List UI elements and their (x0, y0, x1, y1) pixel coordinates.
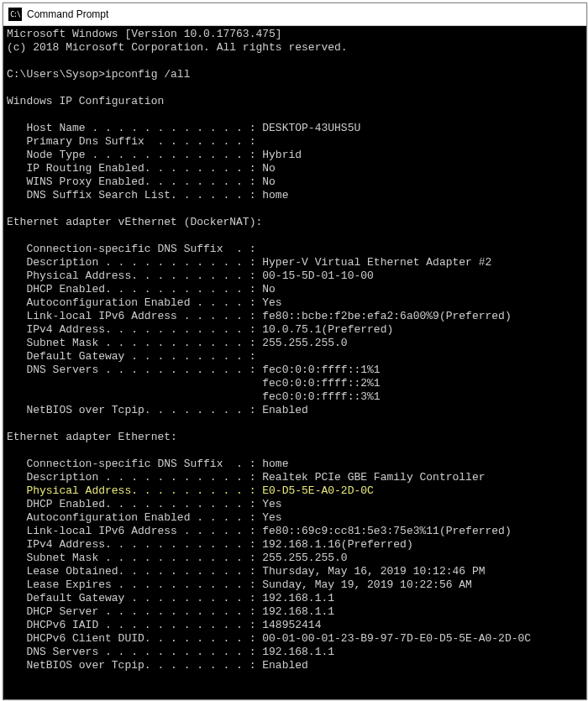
output-row: Link-local IPv6 Address . . . . . : fe80… (7, 310, 583, 323)
property-value: 255.255.255.0 (262, 552, 347, 564)
prompt-command: ipconfig /all (105, 68, 190, 81)
property-label: DNS Suffix Search List. . . . . . : (7, 189, 262, 201)
output-row: Primary Dns Suffix . . . . . . . : (7, 135, 583, 149)
property-value: fec0:0:0:ffff::3%1 (262, 390, 380, 403)
output-row: Subnet Mask . . . . . . . . . . . : 255.… (7, 552, 583, 565)
property-value: Hyper-V Virtual Ethernet Adapter #2 (262, 256, 491, 269)
property-value: 00-15-5D-01-10-00 (262, 269, 374, 282)
property-value: Yes (262, 296, 281, 309)
property-value: 192.168.1.1 (262, 592, 334, 604)
output-row: DHCP Enabled. . . . . . . . . . . : No (7, 283, 583, 296)
property-value: Hybrid (262, 149, 302, 161)
property-label: WINS Proxy Enabled. . . . . . . . : (7, 175, 262, 188)
output-row: Link-local IPv6 Address . . . . . : fe80… (7, 525, 583, 538)
output-row: IPv4 Address. . . . . . . . . . . : 192.… (7, 538, 583, 552)
property-label: Autoconfiguration Enabled . . . . : (7, 296, 262, 309)
property-label: Link-local IPv6 Address . . . . . : (7, 525, 262, 537)
output-row: Autoconfiguration Enabled . . . . : Yes (7, 511, 583, 525)
property-label: DHCPv6 IAID . . . . . . . . . . . : (7, 619, 262, 631)
property-label: IP Routing Enabled. . . . . . . . : (7, 162, 262, 175)
property-label: DHCP Enabled. . . . . . . . . . . : (7, 498, 262, 510)
window-titlebar[interactable]: C:\ Command Prompt (3, 3, 586, 26)
output-row: Physical Address. . . . . . . . . : 00-1… (7, 269, 583, 283)
property-label: NetBIOS over Tcpip. . . . . . . . : (7, 404, 262, 416)
output-row: Node Type . . . . . . . . . . . . : Hybr… (7, 149, 583, 162)
property-label: DNS Servers . . . . . . . . . . . : (7, 364, 262, 376)
property-label: IPv4 Address. . . . . . . . . . . : (7, 323, 262, 336)
output-row: Physical Address. . . . . . . . . : E0-D… (7, 484, 583, 498)
output-row: NetBIOS over Tcpip. . . . . . . . : Enab… (7, 404, 583, 417)
section-adapter-b-title: Ethernet adapter Ethernet: (7, 431, 583, 444)
output-row: Default Gateway . . . . . . . . . : (7, 350, 583, 364)
property-label: Physical Address. . . . . . . . . : (7, 484, 262, 497)
property-label: DHCP Enabled. . . . . . . . . . . : (7, 283, 262, 296)
header-line-1: Microsoft Windows [Version 10.0.17763.47… (7, 28, 583, 41)
property-label: Default Gateway . . . . . . . . . : (7, 350, 255, 363)
property-label (7, 390, 262, 403)
property-label: Link-local IPv6 Address . . . . . : (7, 310, 262, 322)
property-value: Yes (262, 511, 281, 524)
output-row: DHCPv6 Client DUID. . . . . . . . : 00-0… (7, 632, 583, 646)
prompt-line: C:\Users\Sysop>ipconfig /all (7, 68, 583, 81)
property-value: home (262, 458, 288, 470)
property-value: 192.168.1.1 (262, 646, 334, 658)
property-label: Autoconfiguration Enabled . . . . : (7, 511, 262, 524)
property-value: Enabled (262, 404, 308, 416)
output-row: IPv4 Address. . . . . . . . . . . : 10.0… (7, 323, 583, 337)
property-value: Realtek PCIe GBE Family Controller (262, 471, 485, 484)
property-label: Subnet Mask . . . . . . . . . . . : (7, 552, 262, 564)
property-value: Enabled (262, 659, 308, 672)
output-row: Lease Expires . . . . . . . . . . : Sund… (7, 578, 583, 592)
property-value: fec0:0:0:ffff::1%1 (262, 364, 380, 376)
property-value: No (262, 175, 276, 188)
property-value: 192.168.1.1 (262, 605, 334, 618)
property-label: Host Name . . . . . . . . . . . . : (7, 122, 262, 134)
property-value: DESKTOP-43UHS5U (262, 122, 360, 134)
property-value: home (262, 189, 288, 201)
property-label: Physical Address. . . . . . . . . : (7, 269, 262, 282)
property-value: 255.255.255.0 (262, 337, 347, 349)
property-label: DHCP Server . . . . . . . . . . . : (7, 605, 262, 618)
output-row: DNS Servers . . . . . . . . . . . : 192.… (7, 646, 583, 659)
property-label: Node Type . . . . . . . . . . . . : (7, 149, 262, 161)
header-line-2: (c) 2018 Microsoft Corporation. All righ… (7, 41, 583, 55)
property-label: DNS Servers . . . . . . . . . . . : (7, 646, 262, 658)
output-row: DHCPv6 IAID . . . . . . . . . . . : 1489… (7, 619, 583, 632)
cmd-icon: C:\ (8, 8, 22, 21)
property-label: Connection-specific DNS Suffix . : (7, 458, 262, 470)
property-value: Sunday, May 19, 2019 10:22:56 AM (262, 578, 472, 591)
property-label: Lease Obtained. . . . . . . . . . : (7, 565, 262, 578)
output-row: NetBIOS over Tcpip. . . . . . . . : Enab… (7, 659, 583, 672)
property-value: No (262, 283, 276, 296)
output-row: Description . . . . . . . . . . . : Real… (7, 471, 583, 484)
output-row: Connection-specific DNS Suffix . : home (7, 458, 583, 471)
terminal-viewport[interactable]: Microsoft Windows [Version 10.0.17763.47… (3, 26, 586, 699)
output-row: Connection-specific DNS Suffix . : (7, 243, 583, 256)
property-label: DHCPv6 Client DUID. . . . . . . . : (7, 632, 262, 645)
property-value: E0-D5-5E-A0-2D-0C (262, 484, 374, 497)
section-main-title: Windows IP Configuration (7, 95, 583, 108)
property-value: Thursday, May 16, 2019 10:12:46 PM (262, 565, 485, 578)
output-row: DHCP Server . . . . . . . . . . . : 192.… (7, 605, 583, 619)
property-label: NetBIOS over Tcpip. . . . . . . . : (7, 659, 262, 672)
property-label: Description . . . . . . . . . . . : (7, 471, 262, 484)
output-row: fec0:0:0:ffff::3%1 (7, 390, 583, 404)
property-value: No (262, 162, 276, 175)
property-value: fec0:0:0:ffff::2%1 (262, 377, 380, 390)
property-value: 00-01-00-01-23-B9-97-7D-E0-D5-5E-A0-2D-0… (262, 632, 531, 645)
property-label (7, 377, 262, 390)
output-row: DHCP Enabled. . . . . . . . . . . : Yes (7, 498, 583, 511)
output-row: IP Routing Enabled. . . . . . . . : No (7, 162, 583, 175)
property-value: 10.0.75.1(Preferred) (262, 323, 393, 336)
output-row: DNS Servers . . . . . . . . . . . : fec0… (7, 364, 583, 377)
property-label: Primary Dns Suffix . . . . . . . : (7, 135, 255, 148)
output-row: Subnet Mask . . . . . . . . . . . : 255.… (7, 337, 583, 350)
property-value: 148952414 (262, 619, 321, 631)
output-row: Default Gateway . . . . . . . . . : 192.… (7, 592, 583, 605)
section-adapter-a-title: Ethernet adapter vEthernet (DockerNAT): (7, 216, 583, 229)
output-row: Host Name . . . . . . . . . . . . : DESK… (7, 122, 583, 135)
property-value: 192.168.1.16(Preferred) (262, 538, 412, 551)
output-row: DNS Suffix Search List. . . . . . : home (7, 189, 583, 202)
command-prompt-window: C:\ Command Prompt Microsoft Windows [Ve… (3, 3, 587, 700)
prompt-path: C:\Users\Sysop> (7, 68, 105, 81)
